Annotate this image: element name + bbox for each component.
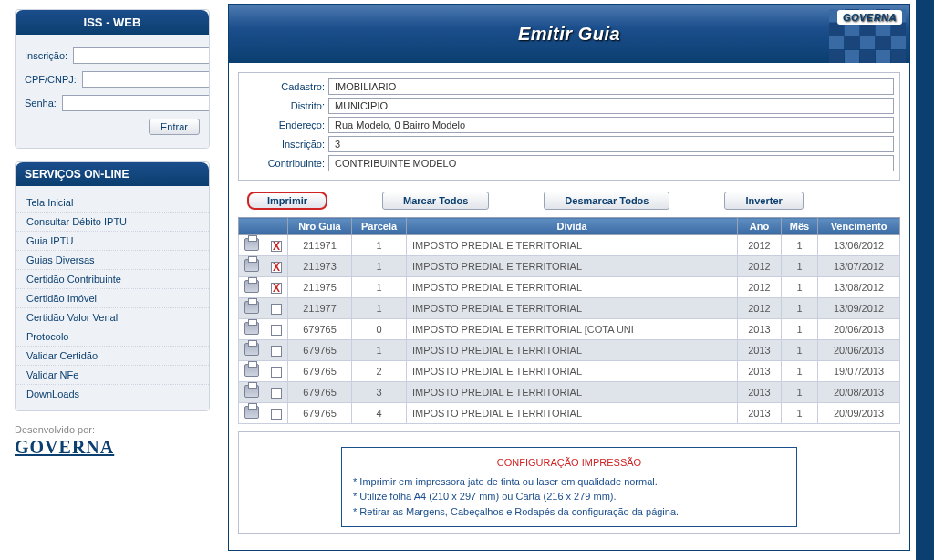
distrito-value: MUNICIPIO <box>328 98 894 114</box>
cell-parc: 3 <box>352 382 407 403</box>
cell-venc: 13/08/2012 <box>818 277 900 298</box>
print-row-icon[interactable] <box>244 238 259 251</box>
print-row-icon[interactable] <box>244 301 259 314</box>
cell-nro: 679765 <box>288 382 352 403</box>
cell-ano: 2012 <box>738 256 782 277</box>
contribuinte-label: Contribuinte: <box>244 158 328 169</box>
distrito-label: Distrito: <box>244 100 328 111</box>
cadastro-value: IMOBILIARIO <box>328 78 894 95</box>
sidebar-item[interactable]: Guias Diversas <box>16 251 209 270</box>
row-checkbox[interactable] <box>271 409 282 420</box>
cell-nro: 679765 <box>288 340 352 361</box>
print-row-icon[interactable] <box>244 343 259 356</box>
table-row: 6797653IMPOSTO PREDIAL E TERRITORIAL2013… <box>239 382 900 403</box>
row-checkbox[interactable]: X <box>271 262 282 273</box>
cell-parc: 2 <box>352 361 407 382</box>
imprimir-button[interactable]: Imprimir <box>247 192 327 210</box>
cell-divida: IMPOSTO PREDIAL E TERRITORIAL <box>407 256 738 277</box>
row-checkbox[interactable]: X <box>271 283 282 294</box>
row-checkbox[interactable] <box>271 325 282 336</box>
cell-mes: 1 <box>782 319 818 340</box>
row-checkbox[interactable] <box>271 304 282 315</box>
print-config-box: CONFIGURAÇÃO IMPRESSÃO * Imprimir em imp… <box>341 447 797 527</box>
cell-venc: 13/06/2012 <box>818 235 900 256</box>
cell-ano: 2013 <box>738 403 782 424</box>
endereco-value: Rua Modelo, 0 Bairro Modelo <box>328 117 894 133</box>
inscricao-label: Inscrição: <box>25 50 67 61</box>
row-checkbox[interactable] <box>271 388 282 399</box>
table-row: X2119711IMPOSTO PREDIAL E TERRITORIAL201… <box>239 235 900 256</box>
login-panel: ISS - WEB Inscrição: CPF/CNPJ: Senha: En… <box>15 9 210 149</box>
cell-parc: 4 <box>352 403 407 424</box>
print-row-icon[interactable] <box>244 406 259 419</box>
senha-label: Senha: <box>25 98 57 109</box>
cell-parc: 1 <box>352 340 407 361</box>
sidebar-item[interactable]: Consultar Débito IPTU <box>16 213 209 232</box>
cell-divida: IMPOSTO PREDIAL E TERRITORIAL <box>407 235 738 256</box>
sidebar-item[interactable]: DownLoads <box>16 385 209 403</box>
row-checkbox[interactable] <box>271 346 282 357</box>
table-row: 2119771IMPOSTO PREDIAL E TERRITORIAL2012… <box>239 298 900 319</box>
sidebar-item[interactable]: Protocolo <box>16 327 209 347</box>
config-title: CONFIGURAÇÃO IMPRESSÃO <box>353 455 785 471</box>
inverter-button[interactable]: Inverter <box>724 192 803 210</box>
app-title: ISS - WEB <box>16 10 209 35</box>
marcar-todos-button[interactable]: Marcar Todos <box>382 192 489 210</box>
config-line1: * Imprimir em impressora jato de tinta o… <box>353 474 785 490</box>
print-row-icon[interactable] <box>244 364 259 377</box>
desmarcar-todos-button[interactable]: Desmarcar Todos <box>544 192 669 210</box>
row-checkbox[interactable] <box>271 367 282 378</box>
inscricao-input[interactable] <box>73 47 210 64</box>
cell-nro: 679765 <box>288 319 352 340</box>
cell-venc: 13/09/2012 <box>818 298 900 319</box>
cell-venc: 20/06/2013 <box>818 319 900 340</box>
cell-parc: 0 <box>352 319 407 340</box>
senha-input[interactable] <box>62 95 210 111</box>
table-row: 6797650IMPOSTO PREDIAL E TERRITORIAL [CO… <box>239 319 900 340</box>
sidebar-item[interactable]: Certidão Valor Venal <box>16 308 209 327</box>
developed-by-label: Desenvolvido por: <box>15 424 210 435</box>
col-divida: Dívida <box>407 218 738 235</box>
cell-mes: 1 <box>782 298 818 319</box>
cpf-input[interactable] <box>82 71 210 88</box>
table-row: 6797651IMPOSTO PREDIAL E TERRITORIAL2013… <box>239 340 900 361</box>
row-checkbox[interactable]: X <box>271 241 282 252</box>
print-row-icon[interactable] <box>244 280 259 293</box>
sidebar-item[interactable]: Validar NFe <box>16 366 209 385</box>
col-nro-guia: Nro Guia <box>288 218 352 235</box>
cell-parc: 1 <box>352 256 407 277</box>
sidebar-item[interactable]: Validar Certidão <box>16 347 209 366</box>
cell-venc: 20/08/2013 <box>818 382 900 403</box>
governa-logo-header: GOVERNA <box>837 10 902 25</box>
cell-divida: IMPOSTO PREDIAL E TERRITORIAL <box>407 277 738 298</box>
entrar-button[interactable]: Entrar <box>149 119 200 135</box>
config-fieldset: CONFIGURAÇÃO IMPRESSÃO * Imprimir em imp… <box>238 431 900 534</box>
cell-mes: 1 <box>782 340 818 361</box>
sidebar-item[interactable]: Certidão Imóvel <box>16 289 209 308</box>
cell-parc: 1 <box>352 298 407 319</box>
col-check <box>265 218 288 235</box>
config-line3: * Retirar as Margens, Cabeçalhos e Rodap… <box>353 504 785 520</box>
main-area: Emitir Guia GOVERNA Cadastro: IMOBILIARI… <box>219 0 934 560</box>
cell-venc: 20/06/2013 <box>818 340 900 361</box>
col-ano: Ano <box>738 218 782 235</box>
sidebar-item[interactable]: Certidão Contribuinte <box>16 270 209 289</box>
col-mes: Mês <box>782 218 818 235</box>
cpf-label: CPF/CNPJ: <box>25 74 77 85</box>
cell-nro: 211977 <box>288 298 352 319</box>
print-row-icon[interactable] <box>244 259 259 272</box>
info-fieldset: Cadastro: IMOBILIARIO Distrito: MUNICIPI… <box>238 72 900 181</box>
col-print <box>239 218 265 235</box>
cell-nro: 211975 <box>288 277 352 298</box>
table-row: X2119751IMPOSTO PREDIAL E TERRITORIAL201… <box>239 277 900 298</box>
cell-mes: 1 <box>782 235 818 256</box>
print-row-icon[interactable] <box>244 322 259 335</box>
print-row-icon[interactable] <box>244 385 259 398</box>
sidebar-item[interactable]: Guia IPTU <box>16 232 209 251</box>
debits-table: Nro Guia Parcela Dívida Ano Mês Vencimen… <box>238 217 900 424</box>
config-line2: * Utilize folha A4 (210 x 297 mm) ou Car… <box>353 489 785 504</box>
sidebar-item[interactable]: Tela Inicial <box>16 193 209 213</box>
action-bar: Imprimir Marcar Todos Desmarcar Todos In… <box>238 188 900 217</box>
table-row: 6797654IMPOSTO PREDIAL E TERRITORIAL2013… <box>239 403 900 424</box>
cadastro-label: Cadastro: <box>244 81 328 92</box>
